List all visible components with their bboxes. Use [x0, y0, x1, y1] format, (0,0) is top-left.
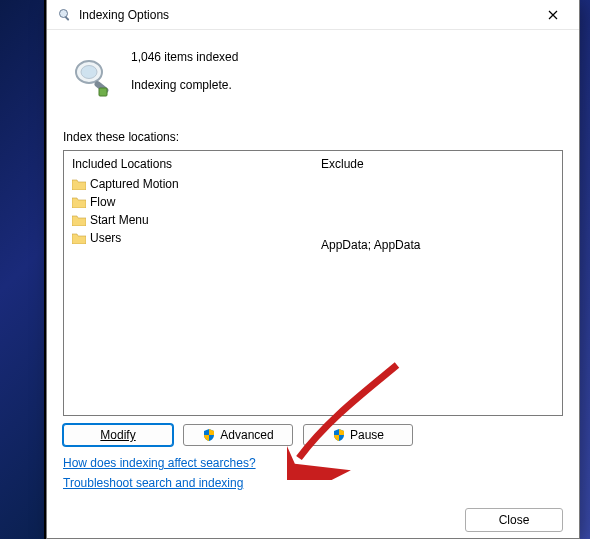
indexed-count: 1,046 items indexed: [131, 50, 238, 64]
exclude-header: Exclude: [319, 155, 556, 175]
included-locations-column: Included Locations Captured MotionFlowSt…: [64, 151, 313, 415]
location-name: Start Menu: [90, 212, 149, 228]
desktop-background-right: [580, 0, 590, 539]
exclude-value: AppData; AppData: [319, 235, 556, 255]
svg-rect-1: [65, 16, 70, 21]
exclude-value: [319, 195, 556, 215]
location-item[interactable]: Start Menu: [70, 211, 307, 229]
svg-rect-5: [99, 88, 107, 96]
magnifier-icon: [57, 7, 73, 23]
locations-listbox[interactable]: Included Locations Captured MotionFlowSt…: [63, 150, 563, 416]
button-row: Modify Advanced Pause: [63, 424, 563, 446]
locations-label: Index these locations:: [63, 130, 563, 144]
location-name: Flow: [90, 194, 115, 210]
indexing-options-dialog: Indexing Options 1,046 items indexed Ind…: [46, 0, 580, 539]
location-name: Users: [90, 230, 121, 246]
location-item[interactable]: Flow: [70, 193, 307, 211]
status-text: 1,046 items indexed Indexing complete.: [131, 50, 238, 92]
shield-icon: [202, 428, 216, 442]
location-name: Captured Motion: [90, 176, 179, 192]
modify-button[interactable]: Modify: [63, 424, 173, 446]
how-indexing-link[interactable]: How does indexing affect searches?: [63, 456, 563, 470]
svg-point-0: [60, 9, 68, 17]
troubleshoot-link[interactable]: Troubleshoot search and indexing: [63, 476, 563, 490]
advanced-button[interactable]: Advanced: [183, 424, 293, 446]
exclude-value: [319, 215, 556, 235]
titlebar: Indexing Options: [47, 0, 579, 30]
exclude-column: Exclude AppData; AppData: [313, 151, 562, 415]
included-header: Included Locations: [70, 155, 307, 175]
desktop-background-left: [0, 0, 44, 539]
status-area: 1,046 items indexed Indexing complete.: [63, 40, 563, 100]
magnifier-large-icon: [67, 52, 115, 100]
footer: Close: [465, 508, 563, 532]
dialog-body: 1,046 items indexed Indexing complete. I…: [47, 30, 579, 538]
window-title: Indexing Options: [79, 8, 533, 22]
pause-button[interactable]: Pause: [303, 424, 413, 446]
indexing-state: Indexing complete.: [131, 78, 238, 92]
location-item[interactable]: Captured Motion: [70, 175, 307, 193]
location-item[interactable]: Users: [70, 229, 307, 247]
close-button[interactable]: Close: [465, 508, 563, 532]
window-close-button[interactable]: [533, 1, 573, 29]
svg-point-3: [81, 66, 97, 79]
exclude-value: [319, 175, 556, 195]
shield-icon: [332, 428, 346, 442]
